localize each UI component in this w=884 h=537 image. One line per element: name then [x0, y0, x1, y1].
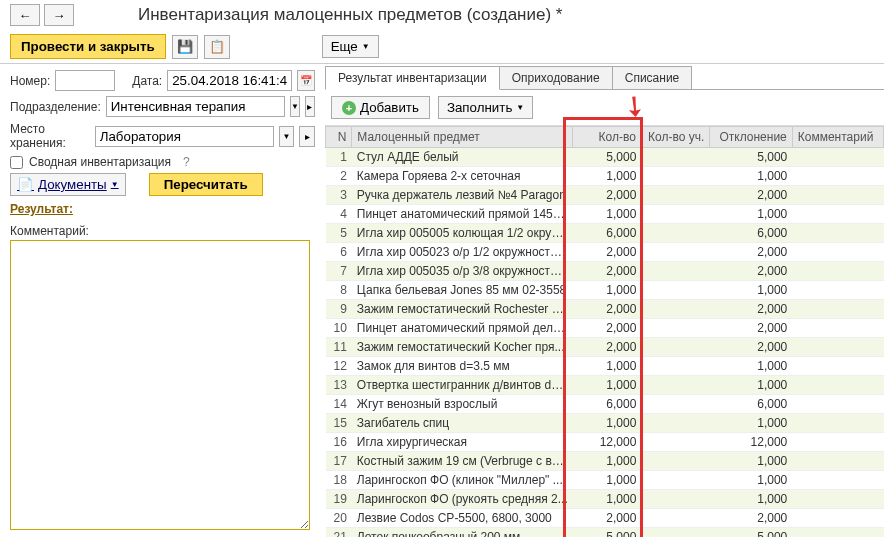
table-row[interactable]: 10Пинцет анатомический прямой дели...2,0… [326, 319, 884, 338]
cell-dev: 1,000 [710, 376, 792, 395]
cell-dev: 1,000 [710, 452, 792, 471]
department-open[interactable]: ▸ [305, 96, 315, 117]
tab-writeoff[interactable]: Списание [612, 66, 693, 89]
post-and-close-button[interactable]: Провести и закрыть [10, 34, 166, 59]
cell-item: Отвертка шестигранник д/винтов d=... [352, 376, 573, 395]
more-button[interactable]: Еще ▼ [322, 35, 379, 58]
chevron-down-icon: ▼ [291, 102, 299, 111]
inventory-table: N Малоценный предмет Кол-во Кол-во уч. О… [325, 126, 884, 537]
cell-com [792, 224, 883, 243]
cell-qty-acc [641, 262, 709, 281]
cell-item: Замок для винтов d=3.5 мм [352, 357, 573, 376]
cell-n: 15 [326, 414, 352, 433]
col-qty-acc[interactable]: Кол-во уч. [641, 127, 709, 148]
documents-button[interactable]: 📄Документы ▼ [10, 173, 126, 196]
cell-qty-acc [641, 414, 709, 433]
cell-qty: 1,000 [573, 452, 641, 471]
col-com[interactable]: Комментарий [792, 127, 883, 148]
department-dropdown[interactable]: ▼ [290, 96, 300, 117]
cell-qty-acc [641, 490, 709, 509]
tab-inventory-result[interactable]: Результат инвентаризации [325, 66, 500, 90]
cell-dev: 1,000 [710, 490, 792, 509]
cell-qty: 1,000 [573, 205, 641, 224]
table-row[interactable]: 4Пинцет анатомический прямой 145 мм1,000… [326, 205, 884, 224]
forward-button[interactable]: → [44, 4, 74, 26]
tab-receipt[interactable]: Оприходование [499, 66, 613, 89]
table-row[interactable]: 14Жгут венозный взрослый6,0006,000 [326, 395, 884, 414]
table-row[interactable]: 18Ларингоскоп ФО (клинок "Миллер" ...1,0… [326, 471, 884, 490]
cell-qty: 6,000 [573, 224, 641, 243]
cell-com [792, 433, 883, 452]
cell-com [792, 205, 883, 224]
table-row[interactable]: 3Ручка держатель лезвий №4 Paragon2,0002… [326, 186, 884, 205]
col-dev[interactable]: Отклонение [710, 127, 792, 148]
cell-dev: 1,000 [710, 357, 792, 376]
cell-dev: 5,000 [710, 528, 792, 538]
cell-dev: 6,000 [710, 395, 792, 414]
cell-n: 17 [326, 452, 352, 471]
table-row[interactable]: 8Цапка бельевая Jones 85 мм 02-35581,000… [326, 281, 884, 300]
cell-qty-acc [641, 300, 709, 319]
table-row[interactable]: 17Костный зажим 19 см (Verbruge с ви...1… [326, 452, 884, 471]
cell-qty: 2,000 [573, 243, 641, 262]
cell-qty: 2,000 [573, 186, 641, 205]
table-row[interactable]: 6Игла хир 005023 о/р 1/2 окружности ...2… [326, 243, 884, 262]
back-button[interactable]: ← [10, 4, 40, 26]
add-button[interactable]: +Добавить [331, 96, 430, 119]
storage-open[interactable]: ▸ [299, 126, 315, 147]
cell-com [792, 357, 883, 376]
storage-input[interactable] [95, 126, 274, 147]
fill-button[interactable]: Заполнить ▼ [438, 96, 533, 119]
col-n[interactable]: N [326, 127, 352, 148]
cell-qty-acc [641, 224, 709, 243]
save-button[interactable]: 💾 [172, 35, 198, 59]
open-icon: ▸ [307, 101, 312, 112]
number-input[interactable] [55, 70, 115, 91]
recalculate-button[interactable]: Пересчитать [149, 173, 263, 196]
diskette-icon: 💾 [177, 39, 193, 54]
cell-n: 11 [326, 338, 352, 357]
table-row[interactable]: 21Лоток почкообразный 200 мм5,0005,000 [326, 528, 884, 538]
cell-qty: 1,000 [573, 490, 641, 509]
table-row[interactable]: 13Отвертка шестигранник д/винтов d=...1,… [326, 376, 884, 395]
cell-com [792, 148, 883, 167]
help-icon[interactable]: ? [183, 155, 190, 169]
cell-dev: 1,000 [710, 471, 792, 490]
table-row[interactable]: 12Замок для винтов d=3.5 мм1,0001,000 [326, 357, 884, 376]
cell-n: 7 [326, 262, 352, 281]
cell-n: 4 [326, 205, 352, 224]
result-label: Результат: [10, 202, 315, 216]
cell-qty: 1,000 [573, 281, 641, 300]
post-button[interactable]: 📋 [204, 35, 230, 59]
table-row[interactable]: 11Зажим гемостатический Kocher пря...2,0… [326, 338, 884, 357]
col-qty[interactable]: Кол-во [573, 127, 641, 148]
summary-checkbox[interactable] [10, 156, 23, 169]
cell-item: Пинцет анатомический прямой 145 мм [352, 205, 573, 224]
cell-com [792, 167, 883, 186]
cell-item: Цапка бельевая Jones 85 мм 02-3558 [352, 281, 573, 300]
table-row[interactable]: 15Загибатель спиц1,0001,000 [326, 414, 884, 433]
table-row[interactable]: 5Игла хир 005005 колющая 1/2 окруж...6,0… [326, 224, 884, 243]
cell-qty: 2,000 [573, 338, 641, 357]
date-input[interactable] [167, 70, 292, 91]
storage-dropdown[interactable]: ▼ [279, 126, 295, 147]
table-row[interactable]: 1Стул АДДЕ белый5,0005,000 [326, 148, 884, 167]
cell-qty-acc [641, 395, 709, 414]
col-item[interactable]: Малоценный предмет [352, 127, 573, 148]
comment-textarea[interactable] [10, 240, 310, 530]
table-row[interactable]: 2Камера Горяева 2-х сеточная1,0001,000 [326, 167, 884, 186]
cell-com [792, 338, 883, 357]
table-row[interactable]: 9Зажим гемостатический Rochester P...2,0… [326, 300, 884, 319]
table-row[interactable]: 16Игла хирургическая12,00012,000 [326, 433, 884, 452]
calendar-button[interactable]: 📅 [297, 70, 315, 91]
cell-item: Пинцет анатомический прямой дели... [352, 319, 573, 338]
cell-n: 9 [326, 300, 352, 319]
cell-item: Зажим гемостатический Kocher пря... [352, 338, 573, 357]
cell-n: 6 [326, 243, 352, 262]
cell-item: Игла хирургическая [352, 433, 573, 452]
plus-icon: + [342, 101, 356, 115]
department-input[interactable] [106, 96, 285, 117]
table-row[interactable]: 20Лезвие Codos CP-5500, 6800, 30002,0002… [326, 509, 884, 528]
table-row[interactable]: 19Ларингоскоп ФО (рукоять средняя 2...1,… [326, 490, 884, 509]
table-row[interactable]: 7Игла хир 005035 о/р 3/8 окружности ...2… [326, 262, 884, 281]
